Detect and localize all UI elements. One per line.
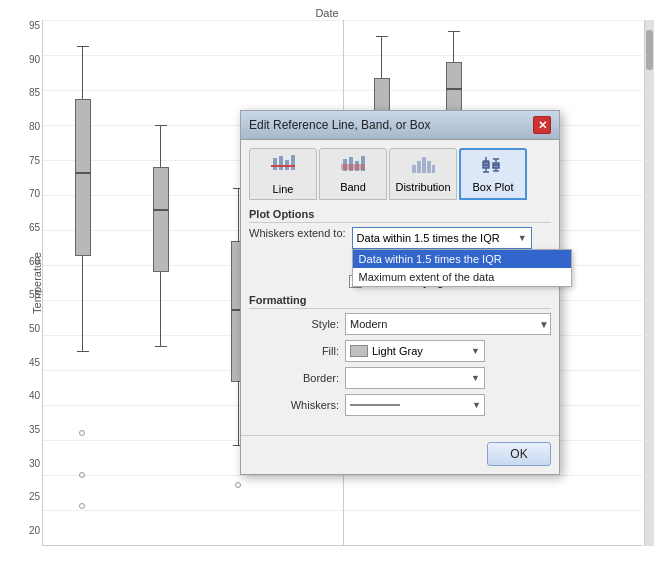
fill-row: Fill: Light Gray ▼: [249, 340, 551, 362]
line-tab-icon: [271, 154, 295, 179]
svg-rect-14: [432, 165, 435, 173]
scrollbar-thumb[interactable]: [646, 30, 653, 70]
tab-band[interactable]: Band: [319, 148, 387, 200]
style-row: Style: Modern ▼: [249, 313, 551, 335]
boxplot-2014-1: [73, 20, 93, 545]
whiskers-line-preview: [350, 404, 400, 406]
svg-rect-12: [422, 157, 426, 173]
dialog-title: Edit Reference Line, Band, or Box: [249, 118, 430, 132]
fill-label: Fill:: [249, 345, 339, 357]
svg-rect-3: [291, 155, 295, 170]
boxplot-2014-2: [151, 20, 171, 545]
whiskers-style-label: Whiskers:: [249, 399, 339, 411]
formatting-header: Formatting: [249, 294, 551, 309]
tab-distribution[interactable]: Distribution: [389, 148, 457, 200]
whiskers-style-arrow: ▼: [472, 400, 481, 410]
whiskers-select-wrap: Data within 1.5 times the IQR ▼ Data wit…: [352, 227, 551, 249]
whiskers-dropdown-arrow: ▼: [518, 233, 527, 243]
scrollbar-right[interactable]: [644, 20, 654, 546]
svg-rect-0: [273, 158, 277, 170]
whiskers-select-display[interactable]: Data within 1.5 times the IQR ▼: [352, 227, 532, 249]
tab-boxplot[interactable]: Box Plot: [459, 148, 527, 200]
fill-color-swatch: [350, 345, 368, 357]
tab-distribution-label: Distribution: [395, 181, 450, 193]
dialog: Edit Reference Line, Band, or Box ✕ Line: [240, 110, 560, 475]
whiskers-style-row: Whiskers: ▼: [249, 394, 551, 416]
border-row: Border: ▼: [249, 367, 551, 389]
dialog-close-button[interactable]: ✕: [533, 116, 551, 134]
tab-bar: Line Band: [249, 148, 551, 200]
ok-button[interactable]: OK: [487, 442, 551, 466]
svg-rect-13: [427, 161, 431, 173]
border-label: Border:: [249, 372, 339, 384]
whiskers-option-max[interactable]: Maximum extent of the data: [353, 268, 571, 286]
whiskers-row: Whiskers extend to: Data within 1.5 time…: [249, 227, 551, 249]
style-label: Style:: [249, 318, 339, 330]
fill-color-label: Light Gray: [372, 345, 467, 357]
whiskers-style-display[interactable]: ▼: [345, 394, 485, 416]
plot-options-header: Plot Options: [249, 208, 551, 223]
distribution-tab-icon: [411, 155, 435, 177]
dialog-titlebar: Edit Reference Line, Band, or Box ✕: [241, 111, 559, 140]
svg-rect-11: [417, 161, 421, 173]
whiskers-option-iqr[interactable]: Data within 1.5 times the IQR: [353, 250, 571, 268]
border-dropdown-arrow: ▼: [471, 373, 480, 383]
whiskers-label: Whiskers extend to:: [249, 227, 346, 239]
boxplot-tab-icon: [481, 155, 505, 177]
chart-x-title: Date: [315, 7, 338, 19]
chart-date-title: Date: [0, 6, 654, 20]
tab-boxplot-label: Box Plot: [473, 181, 514, 193]
dialog-footer: OK: [241, 435, 559, 474]
tab-band-label: Band: [340, 181, 366, 193]
fill-dropdown-arrow: ▼: [471, 346, 480, 356]
svg-rect-9: [341, 164, 365, 170]
y-axis: 95 90 85 80 75 70 65 60 55 50 45 40 35 3…: [12, 20, 40, 536]
dialog-body: Line Band: [241, 140, 559, 429]
fill-select-display[interactable]: Light Gray ▼: [345, 340, 485, 362]
whiskers-selected-value: Data within 1.5 times the IQR: [357, 232, 516, 244]
style-select[interactable]: Modern: [345, 313, 551, 335]
svg-rect-10: [412, 165, 416, 173]
svg-rect-1: [279, 156, 283, 170]
tab-line[interactable]: Line: [249, 148, 317, 200]
band-tab-icon: [341, 155, 365, 177]
border-select-display[interactable]: ▼: [345, 367, 485, 389]
tab-line-label: Line: [273, 183, 294, 195]
whiskers-dropdown: Data within 1.5 times the IQR Maximum ex…: [352, 249, 572, 287]
style-select-wrap: Modern ▼: [345, 313, 551, 335]
